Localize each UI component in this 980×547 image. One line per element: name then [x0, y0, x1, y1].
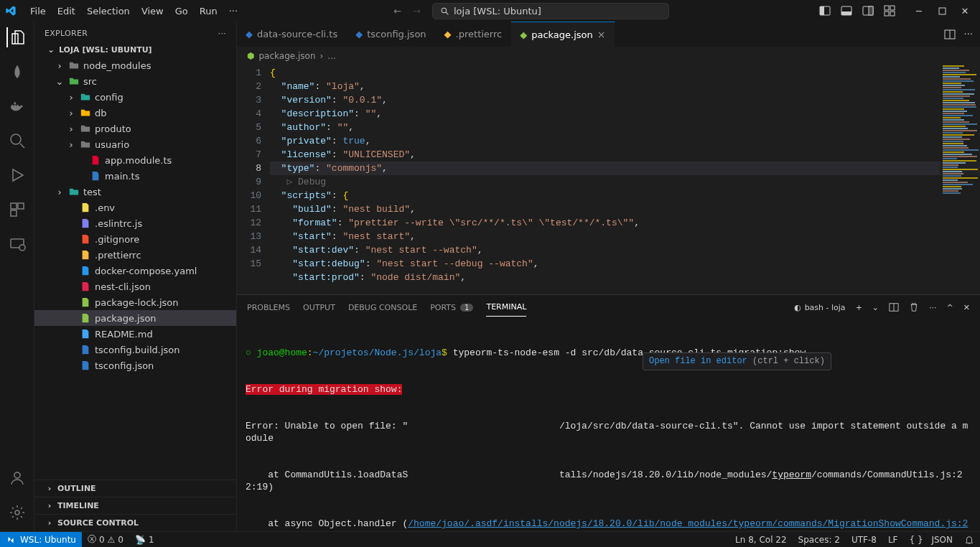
tab-problems[interactable]: PROBLEMS — [247, 303, 290, 312]
folder-icon — [80, 139, 91, 150]
folder-icon — [68, 60, 80, 71]
indent-status[interactable]: Spaces: 2 — [793, 535, 846, 545]
tab-output[interactable]: OUTPUT — [303, 303, 335, 312]
editor-tab[interactable]: ◆.prettierrc — [436, 22, 512, 47]
split-terminal-icon[interactable] — [889, 302, 899, 312]
svg-rect-10 — [885, 11, 889, 16]
settings-icon[interactable] — [7, 502, 27, 523]
tree-item[interactable]: docker-compose.yaml — [34, 263, 236, 279]
tree-item[interactable]: tsconfig.build.json — [34, 342, 236, 357]
trash-icon[interactable] — [909, 302, 919, 312]
notifications-icon[interactable] — [958, 535, 980, 545]
problems-status[interactable]: ⓧ0 ⚠0 — [82, 533, 129, 546]
file-tree: ›node_modules⌄src›config›db›produto›usua… — [34, 57, 236, 480]
tab-ports[interactable]: PORTS1 — [430, 303, 473, 312]
tab-terminal[interactable]: TERMINAL — [486, 302, 526, 317]
eol-status[interactable]: LF — [882, 535, 904, 545]
close-panel-icon[interactable]: ✕ — [963, 303, 970, 312]
tree-item[interactable]: .eslintrc.js — [34, 215, 236, 231]
tab-debug-console[interactable]: DEBUG CONSOLE — [348, 303, 417, 312]
sidebar-section[interactable]: ›TIMELINE — [34, 497, 236, 514]
ports-status[interactable]: 📡1 — [129, 535, 160, 545]
tree-item[interactable]: app.module.ts — [34, 152, 236, 168]
editor-tab[interactable]: ◆data-source-cli.ts — [237, 22, 347, 47]
layout-icon[interactable] — [862, 5, 874, 17]
sidebar-section[interactable]: ›SOURCE CONTROL — [34, 514, 236, 531]
menu-selection[interactable]: Selection — [81, 3, 136, 19]
editor-tab[interactable]: ◆package.json× — [511, 22, 615, 47]
npm-icon — [80, 296, 91, 308]
language-status[interactable]: { } JSON — [904, 535, 959, 545]
menu-go[interactable]: Go — [169, 3, 194, 19]
sidebar-section[interactable]: ›OUTLINE — [34, 480, 236, 497]
remote-indicator[interactable]: WSL: Ubuntu — [0, 532, 82, 547]
back-icon[interactable]: ← — [393, 6, 401, 17]
tree-item[interactable]: package-lock.json — [34, 294, 236, 310]
npm-icon — [80, 312, 91, 324]
extensions-icon[interactable] — [7, 200, 27, 220]
breadcrumb[interactable]: ⬢ package.json › ... — [237, 47, 980, 65]
search-icon[interactable] — [7, 131, 27, 151]
tree-item[interactable]: .prettierrc — [34, 247, 236, 263]
svg-point-17 — [11, 134, 21, 144]
link-tooltip: Open file in editor (ctrl + click) — [643, 352, 831, 370]
customize-layout-icon[interactable] — [884, 5, 895, 17]
activity-bar — [0, 22, 34, 531]
menu-run[interactable]: Run — [194, 3, 223, 19]
tree-item[interactable]: nest-cli.json — [34, 279, 236, 294]
mongo-icon[interactable] — [7, 62, 27, 82]
tree-item[interactable]: ⌄src — [34, 73, 236, 89]
more-icon[interactable]: ··· — [929, 303, 937, 312]
maximize-icon[interactable] — [935, 4, 948, 17]
tree-item[interactable]: ›produto — [34, 121, 236, 136]
new-terminal-icon[interactable]: + — [856, 303, 862, 312]
close-tab-icon[interactable]: × — [597, 29, 606, 40]
tree-item[interactable]: tsconfig.json — [34, 357, 236, 373]
terminal-shell-selector[interactable]: ◐ bash - loja — [794, 303, 846, 312]
menu-view[interactable]: View — [136, 3, 169, 19]
menu-···[interactable]: ··· — [223, 3, 243, 19]
tree-item[interactable]: ›usuario — [34, 136, 236, 152]
remote-icon[interactable] — [7, 234, 27, 254]
run-debug-icon[interactable] — [7, 165, 27, 185]
tree-item[interactable]: .gitignore — [34, 231, 236, 247]
tree-item[interactable]: main.ts — [34, 168, 236, 184]
more-icon[interactable]: ··· — [218, 29, 226, 38]
cursor-position[interactable]: Ln 8, Col 22 — [729, 535, 793, 545]
editor-tab[interactable]: ◆tsconfig.json — [347, 22, 435, 47]
tree-item[interactable]: ›db — [34, 105, 236, 121]
forward-icon[interactable]: → — [413, 6, 421, 17]
more-icon[interactable]: ··· — [964, 29, 973, 39]
docker-icon[interactable] — [7, 96, 27, 116]
command-center[interactable]: loja [WSL: Ubuntu] — [432, 3, 669, 19]
tree-item[interactable]: ›test — [34, 184, 236, 200]
editor-tabs: ◆data-source-cli.ts◆tsconfig.json◆.prett… — [237, 22, 980, 47]
explorer-icon[interactable] — [6, 27, 27, 47]
close-icon[interactable]: ✕ — [958, 4, 971, 17]
account-icon[interactable] — [7, 468, 27, 488]
status-bar: WSL: Ubuntu ⓧ0 ⚠0 📡1 Ln 8, Col 22 Spaces… — [0, 531, 980, 547]
maximize-panel-icon[interactable]: ^ — [947, 303, 953, 312]
svg-rect-9 — [890, 6, 895, 10]
tree-item[interactable]: .env — [34, 200, 236, 215]
encoding-status[interactable]: UTF-8 — [846, 535, 882, 545]
code-editor[interactable]: 123456789101112131415 { "name": "loja", … — [237, 65, 980, 294]
tree-item[interactable]: package.json — [34, 310, 236, 326]
project-root[interactable]: ⌄ LOJA [WSL: UBUNTU] — [34, 44, 236, 57]
chevron-down-icon[interactable]: ⌄ — [872, 303, 879, 312]
tree-item-label: main.ts — [105, 171, 139, 182]
tree-item[interactable]: ›node_modules — [34, 57, 236, 73]
file-icon: ◆ — [246, 29, 253, 39]
menu-file[interactable]: File — [24, 3, 52, 19]
svg-point-25 — [15, 510, 19, 515]
tree-item[interactable]: README.md — [34, 326, 236, 342]
tree-item-label: README.md — [95, 329, 153, 340]
minimize-icon[interactable]: ─ — [913, 4, 925, 17]
layout-icon[interactable] — [841, 5, 852, 17]
layout-icon[interactable] — [819, 5, 831, 17]
menu-edit[interactable]: Edit — [52, 3, 81, 19]
split-editor-icon[interactable] — [944, 29, 956, 40]
tree-item[interactable]: ›config — [34, 89, 236, 105]
terminal[interactable]: ○ joao@home:~/projetos/Node.js/loja$ typ… — [237, 319, 980, 531]
file-icon: ◆ — [520, 29, 527, 40]
